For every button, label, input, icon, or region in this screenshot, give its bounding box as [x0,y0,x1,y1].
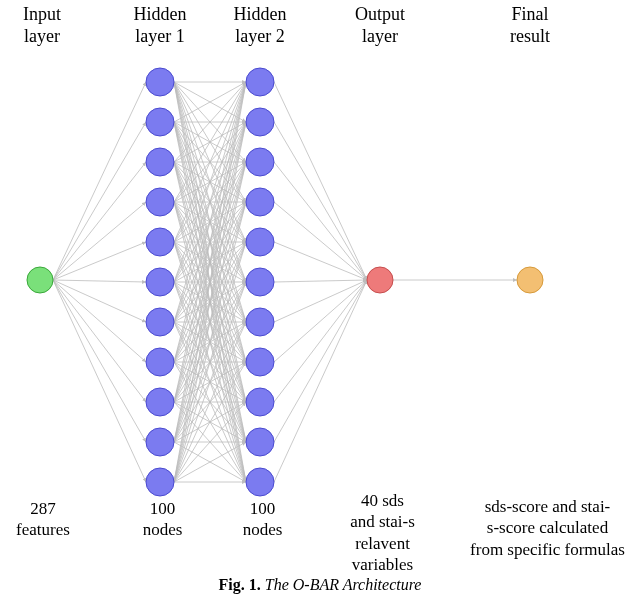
final-result-sub: sds-score and stai-s-score calculatedfro… [460,496,635,560]
output-layer-title: Outputlayer [345,4,415,47]
hidden2-node-5 [246,268,274,296]
edge [53,280,146,322]
hidden2-node-7 [246,348,274,376]
hidden1-node-1 [146,108,174,136]
edge [53,280,146,442]
edge [274,82,367,280]
network-diagram [0,0,640,560]
hidden2-node-2 [246,148,274,176]
hidden1-layer-sub: 100nodes [135,498,190,541]
hidden2-node-1 [246,108,274,136]
hidden2-node-10 [246,468,274,496]
hidden2-node-8 [246,388,274,416]
edge [53,162,146,280]
hidden1-layer-title: Hiddenlayer 1 [125,4,195,47]
hidden1-node-2 [146,148,174,176]
hidden1-node-8 [146,388,174,416]
hidden2-layer-sub: 100nodes [235,498,290,541]
edge [274,242,367,280]
edge [274,280,367,482]
figure-caption-text: The O‑BAR Architecture [261,576,422,593]
hidden1-node-5 [146,268,174,296]
edge [274,280,367,402]
hidden1-node-7 [146,348,174,376]
edge [53,202,146,280]
hidden1-node-0 [146,68,174,96]
input-node [27,267,53,293]
hidden1-node-3 [146,188,174,216]
output-node [367,267,393,293]
edge [53,242,146,280]
final-result-title: Finalresult [495,4,565,47]
edge [274,280,367,322]
hidden2-node-6 [246,308,274,336]
edge [53,122,146,280]
hidden1-node-10 [146,468,174,496]
hidden2-node-4 [246,228,274,256]
edge [274,162,367,280]
output-layer-sub: 40 sdsand stai-srelaventvariables [335,490,430,575]
figure-caption: Fig. 1. The O‑BAR Architecture [170,576,470,594]
input-layer-sub: 287features [8,498,78,541]
edge [274,280,367,362]
hidden1-node-9 [146,428,174,456]
hidden1-node-4 [146,228,174,256]
edge [274,202,367,280]
edge [274,280,367,282]
hidden1-node-6 [146,308,174,336]
edge [53,280,146,362]
input-layer-title: Inputlayer [12,4,72,47]
edge [274,122,367,280]
edge [53,280,146,282]
edge [53,82,146,280]
edge [53,280,146,402]
hidden2-layer-title: Hiddenlayer 2 [225,4,295,47]
hidden2-node-0 [246,68,274,96]
figure-number: Fig. 1. [219,576,261,593]
edge [53,280,146,482]
hidden2-node-9 [246,428,274,456]
hidden2-node-3 [246,188,274,216]
final-node [517,267,543,293]
edge [274,280,367,442]
